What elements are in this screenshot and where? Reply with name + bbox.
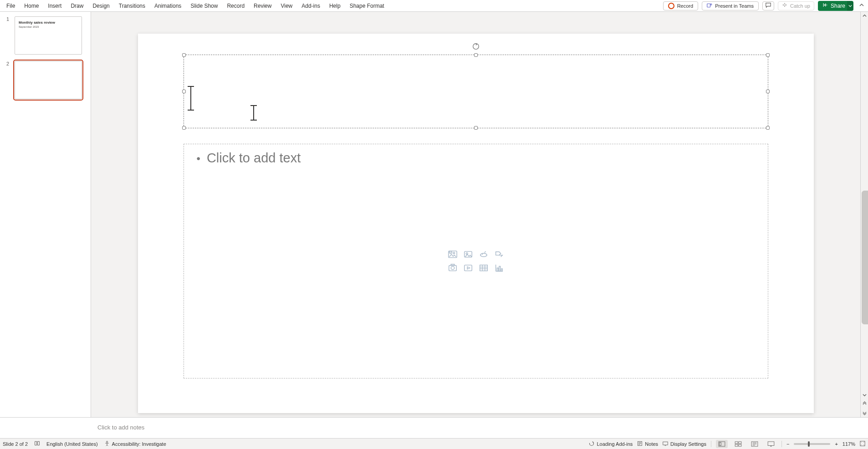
resize-handle-tr[interactable] (766, 53, 770, 57)
thumbnail-title: Monthly sales review (19, 20, 78, 25)
zoom-slider[interactable] (794, 443, 830, 445)
display-settings-label: Display Settings (670, 441, 706, 447)
share-button[interactable]: Share (818, 1, 850, 11)
book-icon (34, 440, 40, 447)
svg-rect-12 (464, 265, 472, 271)
svg-rect-23 (735, 441, 738, 443)
content-placeholder-text[interactable]: • Click to add text (197, 151, 301, 167)
resize-handle-br[interactable] (766, 126, 770, 130)
tab-record[interactable]: Record (222, 0, 249, 11)
tab-design[interactable]: Design (88, 0, 114, 11)
notes-toggle-button[interactable]: Notes (637, 441, 658, 447)
monitor-icon (663, 441, 668, 447)
share-label: Share (831, 3, 845, 9)
tab-help[interactable]: Help (325, 0, 345, 11)
next-slide-button[interactable] (861, 408, 868, 417)
share-dropdown-button[interactable] (847, 1, 853, 11)
resize-handle-bc[interactable] (474, 126, 478, 130)
tab-insert[interactable]: Insert (43, 0, 66, 11)
scroll-track[interactable] (861, 20, 868, 391)
resize-handle-tc[interactable] (474, 53, 478, 57)
slide-thumbnail-2[interactable] (15, 61, 82, 99)
comments-button[interactable] (762, 1, 774, 10)
resize-handle-tl[interactable] (182, 53, 186, 57)
share-icon (822, 2, 828, 9)
notes-icon (637, 441, 643, 447)
ribbon-right-controls: Record Present in Teams Catch up Sh (663, 1, 866, 11)
resize-handle-mr[interactable] (766, 90, 770, 93)
vertical-scrollbar[interactable] (860, 12, 868, 417)
slide-editor[interactable]: • Click to add text (138, 34, 814, 413)
loading-addins-status[interactable]: Loading Add-ins (589, 441, 633, 447)
content-insert-icons (446, 248, 506, 274)
accessibility-button[interactable]: Accessibility: Investigate (104, 441, 166, 447)
svg-rect-26 (739, 444, 741, 446)
record-label: Record (677, 3, 693, 9)
zoom-in-button[interactable]: + (835, 441, 837, 447)
teams-icon (707, 3, 712, 9)
slide-counter[interactable]: Slide 2 of 2 (3, 441, 28, 447)
collapse-ribbon-button[interactable] (857, 1, 866, 10)
normal-view-button[interactable] (716, 440, 728, 448)
resize-handle-ml[interactable] (182, 90, 186, 93)
svg-rect-22 (720, 442, 721, 445)
status-right: Loading Add-ins Notes Display Settings −… (589, 440, 865, 448)
zoom-percentage[interactable]: 117% (842, 441, 855, 447)
content-placeholder[interactable]: • Click to add text (184, 144, 768, 378)
tab-draw[interactable]: Draw (66, 0, 88, 11)
record-button[interactable]: Record (663, 1, 698, 10)
chevron-down-icon (848, 3, 852, 9)
tab-file[interactable]: File (2, 0, 20, 11)
insert-table-icon[interactable] (477, 262, 490, 274)
rotate-handle[interactable] (472, 42, 480, 50)
tab-add-ins[interactable]: Add-ins (297, 0, 325, 11)
tab-shape-format[interactable]: Shape Format (345, 0, 389, 11)
sparkle-icon (782, 3, 787, 9)
slide-sorter-view-button[interactable] (732, 440, 744, 448)
ribbon-tabs: File Home Insert Draw Design Transitions… (2, 0, 389, 11)
slide-canvas-area[interactable]: • Click to add text (91, 12, 860, 417)
notes-pane[interactable]: Click to add notes (0, 417, 868, 438)
tab-home[interactable]: Home (20, 0, 43, 11)
insert-smartart-icon[interactable] (492, 248, 506, 260)
fit-icon (860, 441, 865, 447)
thumbnail-subtitle: September 2023 (19, 25, 78, 28)
insert-chart-icon[interactable] (492, 262, 506, 274)
spell-check-button[interactable] (34, 440, 40, 447)
slideshow-view-button[interactable] (765, 440, 777, 448)
reading-view-button[interactable] (749, 440, 761, 448)
svg-point-1 (710, 4, 712, 5)
catch-up-button[interactable]: Catch up (778, 1, 814, 10)
scroll-up-button[interactable] (861, 12, 868, 20)
text-caret (190, 86, 191, 111)
tab-review[interactable]: Review (249, 0, 276, 11)
previous-slide-button[interactable] (861, 399, 868, 408)
zoom-out-button[interactable]: − (786, 441, 789, 447)
slide-thumbnail-panel[interactable]: 1 Monthly sales review September 2023 2 (0, 12, 91, 417)
title-placeholder[interactable] (184, 55, 768, 128)
resize-handle-bl[interactable] (182, 126, 186, 130)
tab-animations[interactable]: Animations (150, 0, 186, 11)
present-in-teams-button[interactable]: Present in Teams (702, 1, 759, 10)
catch-up-label: Catch up (790, 3, 810, 9)
insert-cameo-icon[interactable] (446, 262, 460, 274)
zoom-slider-knob[interactable] (808, 441, 810, 447)
separator (781, 441, 782, 447)
fit-to-window-button[interactable] (860, 441, 865, 447)
insert-icons-icon[interactable] (477, 248, 490, 260)
svg-point-4 (453, 252, 454, 254)
scroll-thumb[interactable] (862, 191, 868, 324)
slide-thumbnail-1[interactable]: Monthly sales review September 2023 (15, 16, 82, 55)
insert-stock-images-icon[interactable] (446, 248, 460, 260)
display-settings-button[interactable]: Display Settings (663, 441, 706, 447)
scroll-down-button[interactable] (861, 391, 868, 399)
language-button[interactable]: English (United States) (46, 441, 98, 447)
tab-view[interactable]: View (276, 0, 297, 11)
tab-transitions[interactable]: Transitions (114, 0, 150, 11)
thumbnail-row: 2 (6, 61, 84, 99)
insert-pictures-icon[interactable] (461, 248, 475, 260)
tab-slide-show[interactable]: Slide Show (186, 0, 222, 11)
svg-point-2 (473, 44, 479, 50)
insert-video-icon[interactable] (461, 262, 475, 274)
svg-rect-25 (735, 444, 738, 446)
